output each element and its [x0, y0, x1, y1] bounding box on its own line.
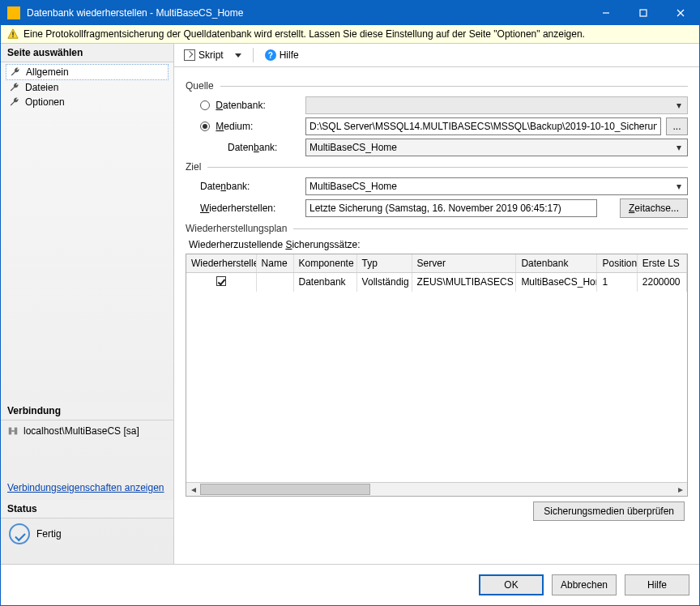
window-buttons — [587, 1, 699, 25]
toolbar-separator — [253, 48, 254, 62]
horizontal-scrollbar[interactable]: ◂ ▸ — [186, 482, 687, 496]
ok-button[interactable]: OK — [479, 574, 544, 595]
sidebar-item-optionen[interactable]: Optionen — [6, 95, 169, 109]
col-database[interactable]: Datenbank — [516, 254, 597, 272]
status-ready-icon — [9, 523, 30, 544]
backup-sets-grid[interactable]: Wiederherstellen Name Komponente Typ Ser… — [186, 254, 688, 497]
browse-medium-button[interactable]: ... — [666, 117, 688, 135]
script-button[interactable]: Skript — [181, 48, 227, 62]
svg-rect-6 — [12, 36, 13, 37]
source-medium-input[interactable] — [305, 117, 661, 135]
sidebar-item-dateien[interactable]: Dateien — [6, 80, 169, 95]
svg-rect-1 — [640, 10, 647, 16]
group-quelle: Quelle — [186, 80, 214, 92]
sidebar-item-label: Allgemein — [26, 66, 69, 78]
dialog-window: Datenbank wiederherstellen - MultiBaseCS… — [0, 0, 700, 606]
group-plan: Wiederherstellungsplan — [186, 223, 287, 234]
wrench-icon — [10, 66, 21, 78]
wrench-icon — [9, 96, 20, 108]
warning-bar: Eine Protokollfragmentsicherung der Quel… — [1, 25, 699, 44]
col-name[interactable]: Name — [257, 254, 294, 272]
wrench-icon — [9, 82, 20, 93]
scroll-thumb[interactable] — [200, 484, 370, 495]
toolbar: Skript ? Hilfe — [174, 44, 699, 67]
chevron-down-icon: ▾ — [672, 181, 685, 192]
minimize-icon — [602, 9, 610, 17]
col-restore[interactable]: Wiederherstellen — [186, 254, 257, 272]
col-position[interactable]: Position — [597, 254, 637, 272]
restore-to-input — [305, 199, 597, 217]
col-component[interactable]: Komponente — [294, 254, 357, 272]
sidebar-item-label: Dateien — [25, 82, 58, 93]
svg-rect-9 — [11, 430, 15, 432]
verify-media-button[interactable]: Sicherungsmedien überprüfen — [533, 501, 685, 521]
chevron-down-icon: ▾ — [672, 142, 685, 153]
svg-rect-5 — [12, 32, 13, 35]
scroll-right-icon[interactable]: ▸ — [673, 483, 687, 497]
app-icon — [7, 6, 20, 19]
cancel-button[interactable]: Abbrechen — [552, 574, 617, 595]
help-icon: ? — [265, 49, 276, 61]
maximize-icon — [639, 9, 647, 17]
window-title: Datenbank wiederherstellen - MultiBaseCS… — [27, 7, 587, 19]
close-button[interactable] — [662, 1, 699, 25]
sidebar: Seite auswählen Allgemein Dateien Option… — [1, 44, 174, 564]
col-first-lsn[interactable]: Erste LS — [638, 254, 687, 272]
maximize-button[interactable] — [625, 1, 662, 25]
dialog-button-row: OK Abbrechen Hilfe — [1, 564, 699, 605]
close-icon — [677, 9, 685, 17]
content-pane: Skript ? Hilfe Quelle Datenbank: — [174, 44, 699, 564]
sidebar-pages-header: Seite auswählen — [1, 44, 173, 62]
connection-text: localhost\MultiBaseCS [sa] — [23, 425, 139, 437]
svg-rect-8 — [15, 428, 18, 435]
source-db-combo: ▾ — [305, 96, 688, 114]
warning-icon — [7, 28, 19, 40]
help-button[interactable]: Hilfe — [625, 574, 689, 595]
col-type[interactable]: Typ — [357, 254, 412, 272]
source-db-select[interactable]: MultiBaseCS_Home ▾ — [305, 139, 688, 156]
sidebar-item-allgemein[interactable]: Allgemein — [6, 64, 169, 80]
help-button[interactable]: ? Hilfe — [262, 48, 302, 62]
timeline-button[interactable]: Zeitachse... — [620, 198, 688, 218]
radio-icon — [200, 100, 210, 110]
scroll-left-icon[interactable]: ◂ — [186, 483, 200, 497]
script-icon — [184, 49, 195, 61]
target-db-combo[interactable]: MultiBaseCS_Home ▾ — [305, 177, 688, 195]
sidebar-connection-header: Verbindung — [1, 402, 173, 420]
grid-header: Wiederherstellen Name Komponente Typ Ser… — [186, 254, 687, 273]
minimize-button[interactable] — [587, 1, 625, 25]
script-dropdown[interactable] — [232, 52, 245, 59]
chevron-down-icon — [235, 53, 241, 58]
radio-icon — [200, 122, 210, 131]
chevron-down-icon: ▾ — [672, 100, 685, 111]
col-server[interactable]: Server — [412, 254, 517, 272]
sidebar-status-header: Status — [1, 500, 173, 519]
restore-checkbox[interactable] — [216, 276, 226, 286]
warning-text: Eine Protokollfragmentsicherung der Quel… — [23, 28, 585, 40]
group-ziel: Ziel — [186, 161, 201, 173]
title-bar: Datenbank wiederherstellen - MultiBaseCS… — [1, 1, 699, 25]
source-medium-radio[interactable]: Medium: — [200, 121, 297, 132]
svg-rect-7 — [9, 428, 12, 435]
connection-properties-link[interactable]: Verbindungseigenschaften anzeigen — [1, 482, 173, 500]
source-db-radio[interactable]: Datenbank: — [200, 100, 297, 111]
server-icon — [7, 425, 19, 437]
sidebar-item-label: Optionen — [25, 96, 65, 108]
status-text: Fertig — [36, 528, 62, 540]
table-row[interactable]: Datenbank Vollständig ZEUS\MULTIBASECS M… — [186, 273, 687, 292]
